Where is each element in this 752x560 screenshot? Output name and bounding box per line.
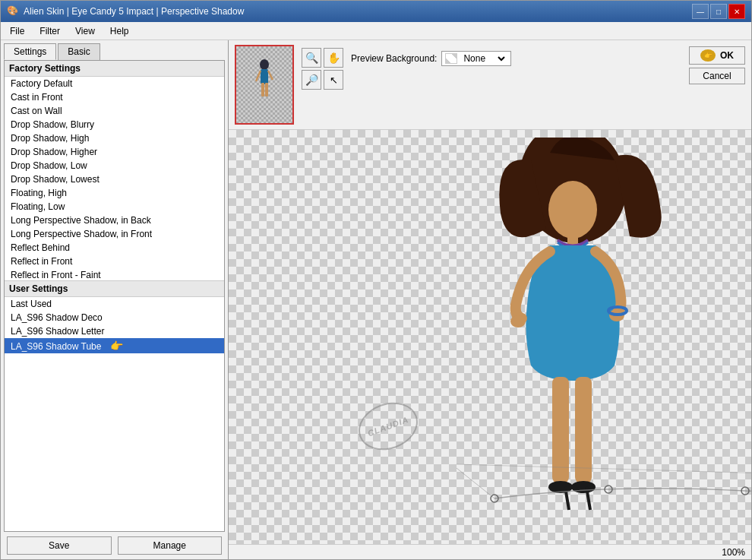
manage-button[interactable]: Manage — [118, 536, 223, 555]
panel-body: Factory Settings Factory Default Cast in… — [4, 60, 225, 532]
user-list-item[interactable]: LA_S96 Shadow Deco — [5, 311, 224, 324]
tab-bar: Settings Basic — [1, 40, 228, 60]
svg-point-0 — [260, 59, 269, 70]
tab-basic[interactable]: Basic — [58, 43, 100, 60]
thumbnail-figure — [253, 59, 276, 112]
checker-background: CLAUDIA — [229, 130, 751, 544]
window-controls: — □ ✕ — [692, 4, 745, 19]
cancel-button[interactable]: Cancel — [689, 68, 745, 84]
maximize-button[interactable]: □ — [710, 4, 727, 19]
list-item[interactable]: Reflect in Front - Faint — [5, 268, 224, 281]
svg-rect-5 — [265, 83, 268, 96]
close-button[interactable]: ✕ — [728, 4, 745, 19]
list-item[interactable]: Floating, High — [5, 186, 224, 200]
watermark: CLAUDIA — [352, 394, 425, 458]
status-bar: 100% — [229, 544, 751, 559]
tool-icons: 🔍 ✋ 🔎 ↖ — [302, 45, 343, 90]
svg-line-2 — [256, 71, 261, 81]
menu-file[interactable]: File — [4, 24, 30, 38]
list-item[interactable]: Drop Shadow, Lowest — [5, 172, 224, 186]
magnify-tool-button[interactable]: 🔎 — [302, 70, 321, 90]
preview-bg-swatch — [445, 53, 457, 64]
factory-settings-list[interactable]: Factory Default Cast in Front Cast on Wa… — [5, 77, 224, 281]
list-item[interactable]: Cast in Front — [5, 90, 224, 104]
preview-bg-select[interactable]: None White Black Custom — [460, 52, 507, 65]
svg-point-7 — [548, 181, 597, 239]
title-bar: 🎨 Alien Skin | Eye Candy 5 Impact | Pers… — [1, 1, 751, 22]
menu-filter[interactable]: Filter — [33, 24, 66, 38]
list-item[interactable]: Factory Default — [5, 77, 224, 90]
list-item[interactable]: Long Perspective Shadow, in Front — [5, 227, 224, 241]
tab-settings[interactable]: Settings — [4, 43, 56, 60]
menu-bar: File Filter View Help — [1, 22, 751, 40]
top-toolbar: 🔍 ✋ 🔎 ↖ Preview Background: None — [229, 40, 751, 130]
list-item[interactable]: Long Perspective Shadow, in Back — [5, 214, 224, 227]
list-item[interactable]: Reflect in Front — [5, 255, 224, 268]
menu-view[interactable]: View — [69, 24, 101, 38]
panel-buttons: Save Manage — [1, 532, 228, 559]
app-icon: 🎨 — [7, 5, 19, 17]
user-settings-list: Last Used LA_S96 Shadow Deco LA_S96 Shad… — [5, 297, 224, 353]
preview-bg-label: Preview Background: — [351, 53, 437, 64]
thumbnail-checker — [236, 46, 292, 123]
svg-line-3 — [268, 71, 273, 80]
user-list-item[interactable]: Last Used — [5, 297, 224, 311]
minimize-button[interactable]: — — [692, 4, 709, 19]
list-item[interactable]: Drop Shadow, Higher — [5, 145, 224, 159]
shadow-lines-svg — [457, 422, 751, 514]
right-area: 🔍 ✋ 🔎 ↖ Preview Background: None — [229, 40, 751, 559]
svg-point-9 — [510, 315, 526, 327]
list-item[interactable]: Drop Shadow, High — [5, 131, 224, 145]
preview-area: CLAUDIA — [229, 130, 751, 544]
save-button[interactable]: Save — [7, 536, 112, 555]
svg-line-25 — [457, 464, 751, 479]
user-settings-header: User Settings — [5, 281, 224, 297]
main-content: Settings Basic Factory Settings Factory … — [1, 40, 751, 559]
list-item[interactable]: Cast on Wall — [5, 104, 224, 118]
zoom-tool-button[interactable]: 🔍 — [302, 48, 321, 68]
ok-button[interactable]: 👉 OK — [689, 46, 745, 65]
ok-cancel-area: 👉 OK Cancel — [689, 45, 745, 84]
list-item[interactable]: Reflect Behind — [5, 241, 224, 255]
factory-section: Factory Settings Factory Default Cast in… — [5, 61, 224, 281]
hand-tool-button[interactable]: ✋ — [324, 48, 343, 68]
left-panel: Settings Basic Factory Settings Factory … — [1, 40, 229, 559]
ok-icon: 👉 — [700, 49, 716, 62]
preview-background-control: Preview Background: None White Black Cus… — [351, 45, 511, 66]
user-list-item-selected[interactable]: LA_S96 Shadow Tube 👉 — [5, 338, 224, 353]
window-title: Alien Skin | Eye Candy 5 Impact | Perspe… — [24, 6, 244, 17]
zoom-level: 100% — [722, 547, 745, 558]
list-item[interactable]: Floating, Low — [5, 200, 224, 214]
arrow-tool-button[interactable]: ↖ — [324, 70, 343, 90]
thumbnail-area — [235, 45, 294, 125]
factory-settings-header: Factory Settings — [5, 61, 224, 77]
list-item[interactable]: Drop Shadow, Low — [5, 159, 224, 172]
user-section: User Settings Last Used LA_S96 Shadow De… — [5, 281, 224, 353]
user-list-item[interactable]: LA_S96 Shadow Letter — [5, 324, 224, 338]
svg-rect-1 — [261, 69, 268, 84]
svg-line-23 — [457, 468, 494, 498]
cursor-icon: 👉 — [110, 340, 123, 352]
main-window: 🎨 Alien Skin | Eye Candy 5 Impact | Pers… — [0, 0, 752, 560]
menu-help[interactable]: Help — [104, 24, 135, 38]
svg-rect-4 — [261, 83, 264, 96]
preview-bg-selector[interactable]: None White Black Custom — [441, 51, 511, 66]
list-item[interactable]: Drop Shadow, Blurry — [5, 118, 224, 131]
